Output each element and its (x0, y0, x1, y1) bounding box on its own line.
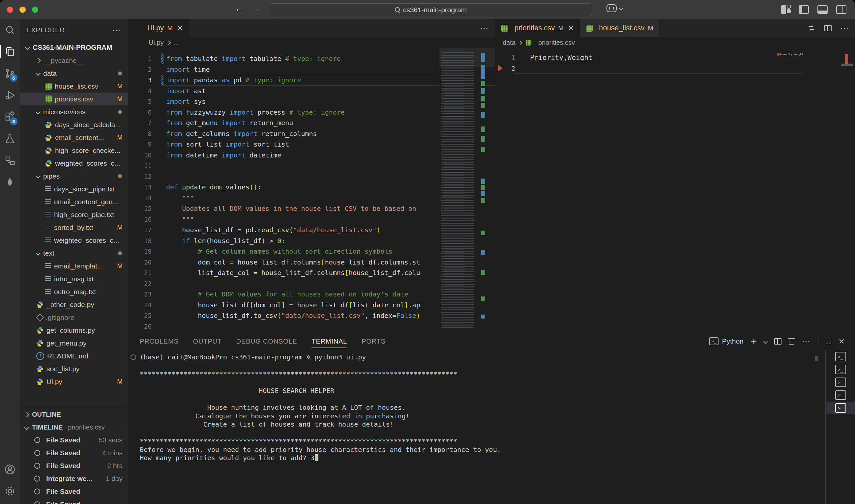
panel-tab-ports[interactable]: PORTS (362, 332, 386, 350)
close-tab-icon[interactable]: × (568, 25, 574, 31)
timeline-item[interactable]: File Saved53 secs (20, 433, 128, 446)
activity-search[interactable] (0, 19, 20, 41)
tab-house-list-csv[interactable]: house_list.csv M (580, 19, 660, 37)
compare-changes-icon[interactable] (807, 24, 816, 32)
timeline-item[interactable]: integrate we...1 day (20, 472, 128, 485)
file-tree-item[interactable]: iREADME.md (20, 349, 128, 362)
code-line[interactable]: 2 (495, 63, 855, 74)
split-terminal-icon[interactable] (774, 338, 782, 345)
activity-mongodb[interactable] (0, 171, 20, 193)
activity-source-control[interactable]: 6 (0, 62, 20, 84)
maximize-panel-icon[interactable] (826, 339, 831, 344)
file-tree-item[interactable]: pipes (20, 170, 128, 182)
overview-ruler-mark (845, 54, 848, 64)
toggle-panel-button[interactable] (817, 5, 827, 14)
close-panel-icon[interactable]: × (839, 338, 844, 345)
minimap[interactable] (439, 48, 481, 332)
customize-layout-button[interactable] (781, 5, 790, 13)
file-tree-item[interactable]: get_menu.py (20, 337, 128, 349)
csv-editor[interactable]: 1Priority,Weight2 (495, 48, 855, 332)
timeline-section-header[interactable]: TIMELINE priorities.csv (20, 421, 128, 433)
file-tree-item[interactable]: priorities.csvM (20, 93, 128, 105)
file-tree-item[interactable]: sort_list.py (20, 362, 128, 375)
panel-tab-output[interactable]: OUTPUT (193, 332, 222, 350)
close-window-button[interactable] (7, 6, 13, 13)
activity-testing[interactable] (0, 128, 20, 149)
csv-file-icon (501, 25, 508, 32)
outline-section-header[interactable]: OUTLINE (20, 408, 128, 421)
terminal-instance[interactable]: >_ (826, 376, 855, 389)
git-commit-icon (34, 476, 40, 482)
file-tree-item[interactable]: email_templat...M (20, 259, 128, 272)
split-editor-icon[interactable] (824, 25, 832, 31)
minimize-window-button[interactable] (19, 6, 26, 13)
terminal[interactable]: (base) cait@MacBookPro cs361-main-progra… (128, 350, 816, 504)
minimap-slider[interactable] (439, 48, 495, 67)
timeline-item[interactable]: File Saved2 hrs (20, 459, 128, 472)
tab-uipy[interactable]: Ui.py M × (128, 19, 189, 37)
activity-explorer[interactable] (0, 41, 20, 62)
file-tree-item[interactable]: get_columns.py (20, 324, 128, 337)
workspace-root-folder[interactable]: CS361-MAIN-PROGRAM (20, 41, 128, 54)
file-tree-item[interactable]: _other_code.py (20, 298, 128, 311)
terminal-instance[interactable]: >_ (826, 350, 855, 363)
code-text: house_list_df.to_csv("data/house_list.cs… (166, 312, 420, 320)
terminal-instance[interactable]: >_ (826, 389, 855, 401)
file-tree-item[interactable]: .gitignore (20, 311, 128, 324)
panel-more-actions-button[interactable]: ⋯ (802, 340, 811, 343)
command-center[interactable]: cs361-main-program (269, 3, 592, 16)
tab-priorities-csv[interactable]: priorities.csv M × (495, 19, 580, 37)
toggle-secondary-sidebar-button[interactable] (836, 5, 847, 14)
file-tree-item[interactable]: days_since_pipe.txt (20, 182, 128, 195)
timeline-item[interactable]: File Saved4 mins (20, 446, 128, 459)
forward-button[interactable]: → (251, 3, 261, 14)
file-tree-item[interactable]: high_score_checke... (20, 144, 128, 157)
panel-tab-terminal[interactable]: TERMINAL (312, 332, 347, 350)
timeline-item[interactable]: File Saved (20, 485, 128, 498)
scrollbar-thumb[interactable] (841, 64, 853, 66)
breadcrumb[interactable]: Ui.py ... (128, 37, 495, 48)
file-tree-item[interactable]: outro_msg.txt (20, 285, 128, 298)
file-tree-item[interactable]: email_content...M (20, 131, 128, 144)
activity-remote-explorer[interactable] (0, 149, 20, 171)
file-tree-item[interactable]: weighted_scores_c... (20, 234, 128, 247)
activity-run-debug[interactable] (0, 84, 20, 106)
file-tree-item[interactable]: house_list.csvM (20, 80, 128, 93)
terminal-instance[interactable]: >_ (826, 401, 855, 414)
command-decoration-icon[interactable] (130, 355, 136, 360)
file-tree-item[interactable]: data (20, 67, 128, 80)
timeline-item[interactable]: File Saved (20, 498, 128, 504)
close-tab-icon[interactable]: × (177, 25, 182, 31)
file-tree-item[interactable]: days_since_calcula... (20, 118, 128, 131)
file-tree-item[interactable]: Ui.pyM (20, 375, 128, 388)
settings-button[interactable] (0, 480, 20, 502)
terminal-dropdown-icon[interactable] (764, 339, 768, 344)
new-terminal-button[interactable]: + (751, 335, 757, 347)
activity-extensions[interactable]: 3 (0, 106, 20, 128)
file-tree-item[interactable]: sorted_by.txtM (20, 221, 128, 234)
account-button[interactable] (0, 458, 20, 480)
kill-terminal-icon[interactable] (789, 340, 795, 345)
explorer-more-actions-button[interactable]: ⋯ (112, 28, 121, 32)
line-number: 19 (128, 248, 152, 255)
folder-modified-dot (118, 71, 122, 75)
breadcrumb[interactable]: data priorities.csv (495, 37, 855, 48)
back-button[interactable]: ← (235, 3, 244, 14)
file-tree-item[interactable]: high_score_pipe.txt (20, 208, 128, 221)
file-tree-item[interactable]: __pycache__ (20, 54, 128, 67)
panel-tab-debug-console[interactable]: DEBUG CONSOLE (236, 332, 297, 350)
file-tree-item[interactable]: text (20, 247, 128, 259)
editor-more-actions-button[interactable]: ⋯ (480, 26, 489, 30)
file-tree-item[interactable]: intro_msg.txt (20, 272, 128, 285)
file-tree-item[interactable]: email_content_gen... (20, 195, 128, 208)
panel-scrollbar-thumb[interactable] (815, 356, 818, 361)
toggle-primary-sidebar-button[interactable] (799, 5, 809, 14)
terminal-instance[interactable]: >_ (826, 363, 855, 376)
file-tree-item[interactable]: microservices (20, 105, 128, 118)
file-tree-item[interactable]: weighted_scores_c... (20, 157, 128, 170)
panel-tab-problems[interactable]: PROBLEMS (140, 332, 179, 350)
copilot-button[interactable] (607, 4, 622, 12)
editor-more-actions-button[interactable]: ⋯ (840, 26, 850, 30)
source-control-badge: 6 (10, 74, 17, 82)
zoom-window-button[interactable] (32, 6, 38, 13)
